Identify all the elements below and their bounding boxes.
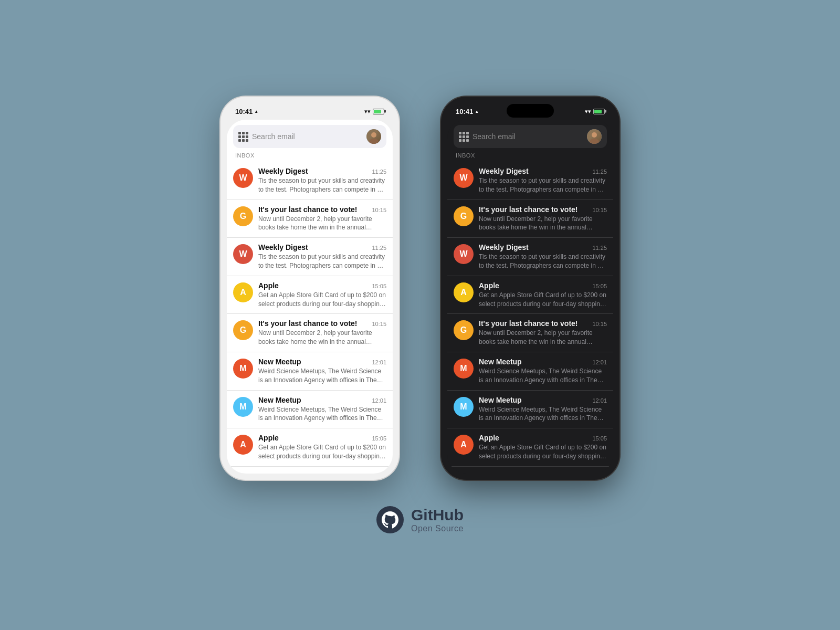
email-avatar: W bbox=[233, 168, 253, 188]
email-content: New Meetup 12:01 Weird Science Meetups, … bbox=[479, 396, 607, 423]
email-content: Weekly Digest 11:25 Tis the season to pu… bbox=[479, 167, 607, 194]
status-bar-light: 10:41 ▲ ▾▾ bbox=[227, 103, 393, 120]
email-content: Weekly Digest 11:25 Tis the season to pu… bbox=[479, 243, 607, 270]
github-logo-icon bbox=[376, 506, 404, 533]
email-content: Weekly Digest 11:25 Tis the season to pu… bbox=[258, 167, 386, 194]
list-item[interactable]: M New Meetup 12:01 Weird Science Meetups… bbox=[447, 391, 613, 429]
list-item[interactable]: G It's your last chance to vote! 10:15 N… bbox=[227, 200, 393, 238]
screen-light: Search email INBOX W bbox=[227, 120, 393, 474]
email-content: It's your last chance to vote! 10:15 Now… bbox=[258, 205, 386, 233]
email-avatar: W bbox=[233, 244, 253, 264]
grid-icon-dark[interactable] bbox=[459, 132, 468, 141]
search-input-dark[interactable]: Search email bbox=[472, 132, 583, 141]
email-avatar: A bbox=[233, 435, 253, 455]
phone-dark: 10:41 ▲ ▾▾ bbox=[441, 97, 620, 480]
email-content: New Meetup 12:01 Weird Science Meetups, … bbox=[258, 358, 386, 385]
github-name: GitHub bbox=[411, 506, 464, 524]
list-item[interactable]: W Weekly Digest 11:25 Tis the season to … bbox=[447, 238, 613, 276]
email-list-light: W Weekly Digest 11:25 Tis the season to … bbox=[227, 162, 393, 474]
avatar-light[interactable] bbox=[366, 129, 381, 144]
list-item[interactable]: W Weekly Digest 11:25 Tis the season to … bbox=[227, 238, 393, 276]
list-item[interactable]: G It's your last chance to vote! 10:15 N… bbox=[447, 314, 613, 352]
svg-point-4 bbox=[376, 506, 404, 533]
email-avatar: M bbox=[233, 359, 253, 379]
list-item[interactable]: M New Meetup 12:01 Weird Science Meetups… bbox=[447, 352, 613, 391]
github-brand: GitHub Open Source bbox=[376, 506, 464, 533]
list-item[interactable]: W Weekly Digest 11:25 Tis the season to … bbox=[447, 162, 613, 200]
email-content: Apple 15:05 Get an Apple Store Gift Card… bbox=[479, 281, 607, 309]
search-bar-light[interactable]: Search email bbox=[233, 125, 386, 148]
grid-icon-light[interactable] bbox=[238, 132, 248, 141]
list-item[interactable]: A Apple 15:05 Get an Apple Store Gift Ca… bbox=[447, 276, 613, 314]
email-avatar: A bbox=[454, 282, 474, 302]
battery-fill-light bbox=[374, 110, 381, 113]
status-time-light: 10:41 ▲ bbox=[235, 108, 258, 116]
svg-point-1 bbox=[369, 139, 379, 144]
location-icon-light: ▲ bbox=[254, 109, 258, 114]
status-icons-dark: ▾▾ bbox=[585, 108, 605, 115]
github-sub: Open Source bbox=[411, 524, 464, 533]
github-footer: GitHub Open Source bbox=[376, 506, 464, 533]
wifi-icon-dark: ▾▾ bbox=[585, 108, 591, 115]
location-icon-dark: ▲ bbox=[475, 109, 479, 114]
search-input-light[interactable]: Search email bbox=[252, 132, 362, 141]
battery-icon-dark bbox=[593, 109, 605, 114]
list-item[interactable]: A Apple 15:05 Get an Apple Store Gift Ca… bbox=[227, 428, 393, 467]
email-avatar: A bbox=[454, 435, 474, 455]
battery-fill-dark bbox=[594, 110, 602, 113]
email-avatar: G bbox=[233, 206, 253, 226]
battery-tip-light bbox=[384, 110, 386, 113]
svg-point-3 bbox=[590, 139, 599, 144]
list-item[interactable]: M New Meetup 12:01 Weird Science Meetups… bbox=[227, 391, 393, 429]
email-content: It's your last chance to vote! 10:15 Now… bbox=[479, 205, 607, 233]
email-content: Apple 15:05 Get an Apple Store Gift Card… bbox=[258, 434, 386, 461]
email-avatar: G bbox=[454, 206, 474, 226]
phones-container: 10:41 ▲ ▾▾ bbox=[220, 97, 620, 480]
email-content: It's your last chance to vote! 10:15 Now… bbox=[258, 319, 386, 346]
github-text: GitHub Open Source bbox=[411, 506, 464, 533]
battery-tip-dark bbox=[605, 110, 606, 113]
status-time-dark: 10:41 ▲ bbox=[456, 108, 479, 116]
list-item[interactable]: G It's your last chance to vote! 10:15 N… bbox=[447, 200, 613, 238]
svg-point-2 bbox=[592, 132, 597, 138]
email-avatar: M bbox=[233, 397, 253, 417]
list-item[interactable]: M New Meetup 12:01 Weird Science Meetups… bbox=[227, 352, 393, 391]
email-content: New Meetup 12:01 Weird Science Meetups, … bbox=[258, 396, 386, 423]
screen-dark: Search email INBOX W bbox=[447, 120, 613, 474]
email-avatar: G bbox=[454, 320, 474, 340]
search-bar-dark[interactable]: Search email bbox=[454, 125, 607, 148]
inbox-label-light: INBOX bbox=[227, 152, 393, 162]
email-avatar: M bbox=[454, 359, 474, 379]
dynamic-island bbox=[507, 104, 554, 118]
list-item[interactable]: G It's your last chance to vote! 10:15 N… bbox=[227, 314, 393, 352]
email-content: Apple 15:05 Get an Apple Store Gift Card… bbox=[258, 281, 386, 309]
email-content: Weekly Digest 11:25 Tis the season to pu… bbox=[258, 243, 386, 270]
email-avatar: M bbox=[454, 397, 474, 417]
inbox-label-dark: INBOX bbox=[447, 152, 613, 162]
list-item[interactable]: A Apple 15:05 Get an Apple Store Gift Ca… bbox=[447, 428, 613, 467]
phone-light: 10:41 ▲ ▾▾ bbox=[220, 97, 399, 480]
email-avatar: W bbox=[454, 244, 474, 264]
svg-point-0 bbox=[371, 132, 376, 138]
email-content: Apple 15:05 Get an Apple Store Gift Card… bbox=[479, 434, 607, 461]
email-list-dark: W Weekly Digest 11:25 Tis the season to … bbox=[447, 162, 613, 474]
list-item[interactable]: A Apple 15:05 Get an Apple Store Gift Ca… bbox=[227, 276, 393, 314]
email-avatar: W bbox=[454, 168, 474, 188]
wifi-icon-light: ▾▾ bbox=[364, 108, 371, 115]
email-avatar: A bbox=[233, 282, 253, 302]
email-content: It's your last chance to vote! 10:15 Now… bbox=[479, 319, 607, 346]
battery-icon-light bbox=[373, 109, 384, 114]
email-content: New Meetup 12:01 Weird Science Meetups, … bbox=[479, 358, 607, 385]
status-icons-light: ▾▾ bbox=[364, 108, 384, 115]
avatar-dark[interactable] bbox=[587, 129, 602, 144]
list-item[interactable]: W Weekly Digest 11:25 Tis the season to … bbox=[227, 162, 393, 200]
email-avatar: G bbox=[233, 320, 253, 340]
